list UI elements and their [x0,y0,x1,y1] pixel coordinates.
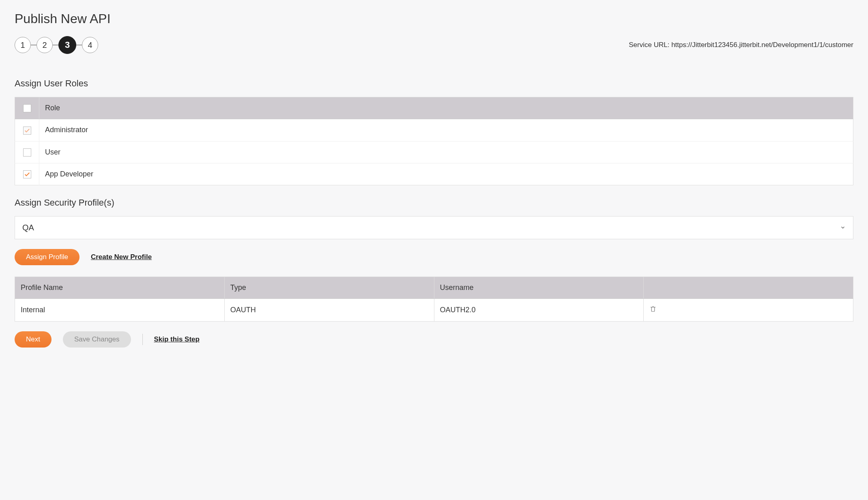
save-changes-button: Save Changes [63,331,131,348]
assign-profile-button[interactable]: Assign Profile [15,249,79,265]
svg-rect-1 [652,307,655,312]
profile-name: Internal [15,299,225,322]
security-profile-select[interactable]: QA [15,216,853,239]
role-checkbox-user[interactable] [23,148,31,157]
role-label: User [39,141,853,163]
roles-heading: Assign User Roles [15,78,853,89]
profiles-header-actions [644,277,853,299]
footer-actions: Next Save Changes Skip this Step [15,331,853,348]
step-2[interactable]: 2 [37,37,53,53]
roles-header-checkbox-cell [15,97,39,119]
profile-type: OAUTH [224,299,434,322]
chevron-down-icon [840,223,846,232]
step-3[interactable]: 3 [58,36,76,54]
create-new-profile-link[interactable]: Create New Profile [91,253,152,261]
top-row: 1 2 3 4 Service URL: https://Jitterbit12… [15,36,853,54]
profile-username: OAUTH2.0 [434,299,644,322]
service-url-label: Service URL: [629,41,671,49]
roles-header-role: Role [39,97,853,119]
role-label: Administrator [39,119,853,141]
step-1[interactable]: 1 [15,37,31,53]
profiles-header-username: Username [434,277,644,299]
divider [142,334,143,345]
table-row: App Developer [15,163,853,185]
role-label: App Developer [39,163,853,185]
roles-table: Role Administrator User [15,97,853,185]
step-connector [76,45,82,45]
role-checkbox-app-developer[interactable] [23,170,31,178]
table-row: Administrator [15,119,853,141]
trash-icon[interactable] [649,305,657,313]
step-connector [31,45,37,45]
select-all-checkbox[interactable] [23,104,31,112]
select-value: QA [22,223,34,232]
profile-actions-row: Assign Profile Create New Profile [15,249,853,265]
step-4[interactable]: 4 [82,37,98,53]
next-button[interactable]: Next [15,331,52,348]
service-url-value: https://Jitterbit123456.jitterbit.net/De… [671,41,853,49]
role-checkbox-administrator [23,127,31,135]
page-title: Publish New API [15,11,853,26]
profiles-header-type: Type [224,277,434,299]
table-row: User [15,141,853,163]
table-row: Internal OAUTH OAUTH2.0 [15,299,853,322]
stepper: 1 2 3 4 [15,36,98,54]
profile-actions [644,299,853,322]
skip-step-link[interactable]: Skip this Step [154,335,200,343]
security-profile-select-wrap: QA [15,216,853,239]
profiles-table: Profile Name Type Username Internal OAUT… [15,277,853,322]
service-url: Service URL: https://Jitterbit123456.jit… [629,41,853,49]
profiles-header-name: Profile Name [15,277,225,299]
profiles-heading: Assign Security Profile(s) [15,197,853,208]
step-connector [53,45,58,45]
